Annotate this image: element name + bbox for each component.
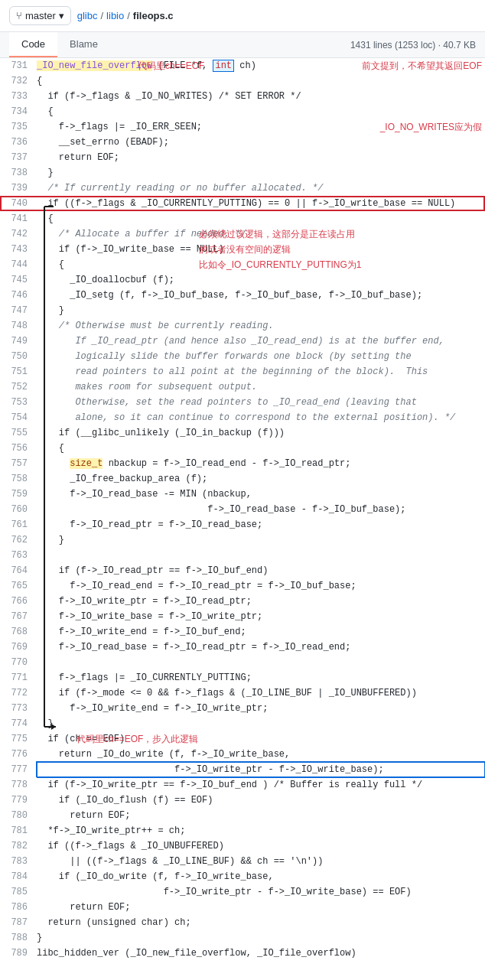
line-content: f->_IO_write_ptr = f->_IO_read_ptr; (37, 594, 485, 609)
line-number: 734 (0, 104, 37, 119)
path-sep-1: / (100, 10, 103, 21)
line-number: 742 (0, 226, 37, 242)
line-content: _IO_doallocbuf (f); (37, 272, 485, 288)
line-content: } (37, 303, 485, 318)
line-content: *f->_IO_write_ptr++ = ch; (37, 823, 485, 838)
line-number: 732 (0, 73, 37, 89)
line-number: 789 (0, 946, 37, 961)
breadcrumb-glibc[interactable]: glibc (77, 10, 98, 21)
line-content: f->_IO_write_end = f->_IO_write_ptr; (37, 701, 485, 716)
line-content: libc_hidden_ver (_IO_new_file_overflow, … (37, 946, 485, 961)
table-row: 733 if (f->_flags & _IO_NO_WRITES) /* SE… (0, 89, 485, 104)
line-content: return EOF; (37, 808, 485, 823)
line-number: 787 (0, 915, 37, 930)
line-number: 762 (0, 532, 37, 548)
line-number: 784 (0, 869, 37, 884)
line-content: f->_flags |= _IO_ERR_SEEN; (37, 119, 485, 135)
line-content: if (f->_IO_write_ptr == f->_IO_buf_end )… (37, 777, 485, 793)
table-row: 755 if (__glibc_unlikely (_IO_in_backup … (0, 425, 485, 441)
table-row: 752 makes room for subsequent output. (0, 379, 485, 395)
table-row: 746 _IO_setg (f, f->_IO_buf_base, f->_IO… (0, 288, 485, 303)
line-content: _IO_free_backup_area (f); (37, 471, 485, 487)
line-number: 741 (0, 211, 37, 226)
line-number: 770 (0, 655, 37, 670)
line-content: f->_IO_read_base -= MIN (nbackup, (37, 487, 485, 502)
line-number: 779 (0, 793, 37, 808)
table-row: 778 if (f->_IO_write_ptr == f->_IO_buf_e… (0, 777, 485, 793)
table-row: 760 f->_IO_read_base - f->_IO_buf_base); (0, 502, 485, 517)
line-number: 771 (0, 670, 37, 685)
table-row: 772 if (f->_mode <= 0 && f->_flags & (_I… (0, 685, 485, 701)
line-number: 738 (0, 165, 37, 181)
table-row: 734 { (0, 104, 485, 119)
line-number: 788 (0, 930, 37, 946)
line-number: 765 (0, 578, 37, 594)
line-number: 731 (0, 58, 37, 73)
line-content: f->_IO_write_ptr - f->_IO_write_base) ==… (37, 884, 485, 900)
line-number: 778 (0, 777, 37, 793)
table-row: 775 if (ch == EOF)代码里ch==EOF，步入此逻辑 (0, 731, 485, 747)
line-number: 749 (0, 334, 37, 349)
breadcrumb-libio[interactable]: libio (106, 10, 124, 21)
table-row: 789libc_hidden_ver (_IO_new_file_overflo… (0, 946, 485, 961)
line-content: __set_errno (EBADF); (37, 135, 485, 150)
line-content: alone, so it can continue to correspond … (37, 410, 485, 425)
line-number: 756 (0, 441, 37, 456)
line-number: 745 (0, 272, 37, 288)
line-number: 744 (0, 257, 37, 272)
tab-code-label: Code (21, 38, 45, 50)
line-number: 755 (0, 425, 37, 441)
line-number: 785 (0, 884, 37, 900)
line-content: if (__glibc_unlikely (_IO_in_backup (f))… (37, 425, 485, 441)
table-row: 740 if ((f->_flags & _IO_CURRENTLY_PUTTI… (0, 196, 485, 211)
table-row: 735 f->_flags |= _IO_ERR_SEEN;_IO_NO_WRI… (0, 119, 485, 135)
line-content: f->_IO_write_ptr - f->_IO_write_base); (37, 762, 485, 777)
tab-blame[interactable]: Blame (57, 32, 110, 57)
line-content: { (37, 104, 485, 119)
table-row: 756 { (0, 441, 485, 456)
line-content: f->_IO_read_base = f->_IO_read_ptr = f->… (37, 640, 485, 655)
line-content: if (ch == EOF) (37, 731, 485, 747)
line-number: 735 (0, 119, 37, 135)
table-row: 750 logically slide the buffer forwards … (0, 349, 485, 364)
line-content: if (f->_IO_write_base == NULL) (37, 242, 485, 257)
line-content: return EOF; (37, 150, 485, 165)
tab-code[interactable]: Code (9, 32, 57, 57)
table-row: 745 _IO_doallocbuf (f); (0, 272, 485, 288)
line-number: 767 (0, 609, 37, 624)
line-number: 775 (0, 731, 37, 747)
line-number: 754 (0, 410, 37, 425)
path-sep-2: / (127, 10, 130, 21)
line-number: 776 (0, 747, 37, 762)
line-number: 757 (0, 456, 37, 471)
table-row: 748 /* Otherwise must be currently readi… (0, 318, 485, 334)
table-row: 736 __set_errno (EBADF); (0, 135, 485, 150)
line-content: f->_flags |= _IO_CURRENTLY_PUTTING; (37, 670, 485, 685)
table-row: 786 return EOF; (0, 900, 485, 915)
table-row: 788} (0, 930, 485, 946)
code-container: 731_IO_new_file_overflow (FILE *f, int c… (0, 58, 485, 961)
line-number: 736 (0, 135, 37, 150)
table-row: 765 f->_IO_read_end = f->_IO_read_ptr = … (0, 578, 485, 594)
line-number: 761 (0, 517, 37, 532)
breadcrumb: glibc / libio / fileops.c (77, 10, 174, 21)
line-content: if (_IO_do_write (f, f->_IO_write_base, (37, 869, 485, 884)
line-content: size_t nbackup = f->_IO_read_end - f->_I… (37, 456, 485, 471)
line-number: 760 (0, 502, 37, 517)
branch-selector[interactable]: ⑂ master ▾ (9, 6, 71, 25)
line-number: 764 (0, 563, 37, 578)
header-bar: ⑂ master ▾ glibc / libio / fileops.c (0, 0, 485, 32)
table-row: 779 if (_IO_do_flush (f) == EOF) (0, 793, 485, 808)
line-number: 780 (0, 808, 37, 823)
line-content: if (f->_mode <= 0 && f->_flags & (_IO_LI… (37, 685, 485, 701)
line-content: if ((f->_flags & _IO_UNBUFFERED) (37, 838, 485, 854)
table-row: 771 f->_flags |= _IO_CURRENTLY_PUTTING; (0, 670, 485, 685)
line-content: } (37, 532, 485, 548)
line-number: 786 (0, 900, 37, 915)
line-content: || ((f->_flags & _IO_LINE_BUF) && ch == … (37, 854, 485, 869)
line-number: 752 (0, 379, 37, 395)
line-content: { (37, 211, 485, 226)
line-content: f->_IO_write_end = f->_IO_buf_end; (37, 624, 485, 640)
line-number: 768 (0, 624, 37, 640)
table-row: 769 f->_IO_read_base = f->_IO_read_ptr =… (0, 640, 485, 655)
